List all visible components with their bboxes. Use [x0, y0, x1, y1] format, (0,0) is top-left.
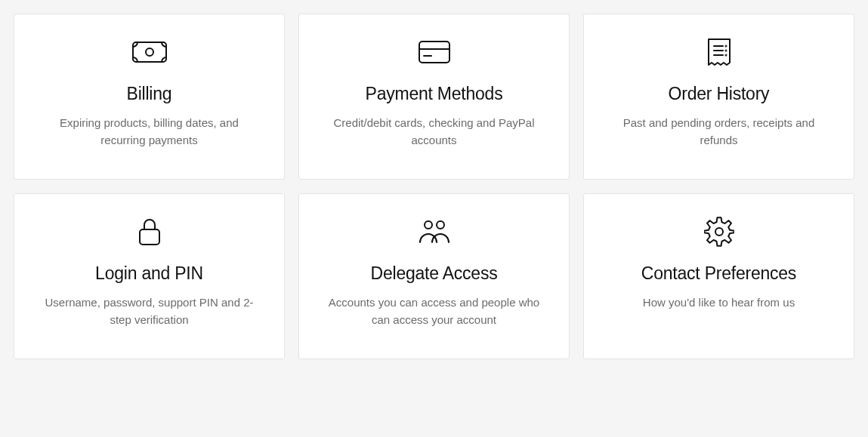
card-title: Delegate Access [371, 263, 498, 284]
card-desc: Username, password, support PIN and 2-st… [36, 294, 263, 328]
card-desc: Expiring products, billing dates, and re… [36, 115, 263, 149]
svg-point-8 [725, 46, 726, 47]
receipt-icon [706, 35, 732, 69]
svg-point-13 [437, 221, 444, 229]
card-desc: Accounts you can access and people who c… [321, 294, 548, 328]
credit-card-icon [418, 35, 451, 69]
card-order-history[interactable]: Order History Past and pending orders, r… [583, 14, 854, 180]
lock-icon [137, 215, 162, 248]
card-title: Payment Methods [366, 84, 503, 104]
card-contact-preferences[interactable]: Contact Preferences How you'd like to he… [583, 193, 854, 359]
settings-grid: Billing Expiring products, billing dates… [14, 14, 854, 359]
svg-point-10 [725, 55, 726, 56]
svg-point-1 [146, 48, 153, 56]
card-billing[interactable]: Billing Expiring products, billing dates… [14, 14, 285, 180]
card-payment-methods[interactable]: Payment Methods Credit/debit cards, chec… [298, 14, 570, 180]
people-icon [416, 215, 453, 248]
card-title: Billing [127, 84, 172, 104]
gear-icon [704, 215, 734, 248]
svg-rect-2 [419, 42, 449, 63]
svg-rect-0 [133, 42, 166, 62]
card-title: Contact Preferences [641, 263, 796, 284]
svg-rect-11 [140, 229, 159, 245]
svg-point-14 [715, 228, 723, 235]
card-delegate-access[interactable]: Delegate Access Accounts you can access … [298, 193, 570, 359]
card-desc: How you'd like to hear from us [643, 294, 795, 312]
card-title: Login and PIN [95, 263, 203, 284]
money-icon [131, 35, 168, 69]
card-title: Order History [669, 84, 770, 104]
svg-point-12 [425, 221, 432, 229]
svg-point-9 [725, 51, 726, 51]
card-desc: Credit/debit cards, checking and PayPal … [321, 115, 548, 149]
card-login-pin[interactable]: Login and PIN Username, password, suppor… [14, 193, 285, 359]
card-desc: Past and pending orders, receipts and re… [606, 115, 832, 149]
